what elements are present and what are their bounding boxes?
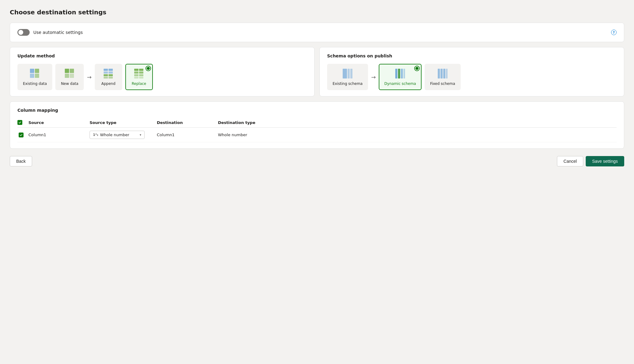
row-checkbox-cell (17, 128, 28, 142)
svg-rect-8 (104, 69, 108, 71)
new-data-icon (64, 68, 75, 79)
update-method-arrow: → (87, 74, 91, 80)
update-method-title: Update method (17, 53, 307, 58)
svg-rect-19 (139, 71, 143, 74)
svg-rect-3 (35, 74, 39, 78)
schema-option-existing[interactable]: Existing schema (327, 64, 368, 90)
auto-settings-toggle[interactable] (17, 29, 30, 36)
schema-option-existing-label: Existing schema (333, 82, 363, 86)
header-destination-type: Destination type (218, 118, 617, 128)
header-destination: Destination (157, 118, 218, 128)
row-source: Column1 (28, 128, 90, 142)
bottom-bar: Back Cancel Save settings (10, 156, 624, 166)
cancel-button[interactable]: Cancel (557, 156, 583, 166)
method-option-new-label: New data (61, 82, 78, 86)
svg-rect-7 (70, 74, 74, 78)
svg-rect-13 (109, 74, 113, 76)
replace-icon (134, 68, 145, 79)
svg-rect-29 (401, 69, 403, 78)
svg-rect-28 (398, 69, 400, 78)
svg-rect-33 (443, 69, 445, 78)
header-checkbox-col (17, 118, 28, 128)
svg-rect-12 (104, 74, 108, 76)
existing-schema-icon (342, 68, 353, 79)
table-row: Column1 1²₃ Whole number ▾ Column1 Whole… (17, 128, 617, 142)
svg-rect-30 (404, 69, 405, 78)
update-method-panel: Update method Existing data (10, 47, 315, 96)
method-option-new[interactable]: New data (55, 64, 84, 90)
svg-rect-24 (343, 69, 347, 78)
schema-option-fixed[interactable]: Fixed schema (425, 64, 461, 90)
header-source: Source (28, 118, 90, 128)
schema-options-title: Schema options on publish (327, 53, 617, 58)
svg-rect-22 (134, 77, 138, 78)
method-option-append[interactable]: Append (95, 64, 122, 90)
existing-data-icon (29, 68, 40, 79)
source-type-icon: 1²₃ (93, 133, 98, 137)
method-option-existing[interactable]: Existing data (17, 64, 52, 90)
svg-rect-9 (109, 69, 113, 71)
schema-options-row: Existing schema → Dynamic schema (327, 64, 617, 90)
column-mapping-title: Column mapping (17, 108, 617, 113)
dynamic-schema-icon (395, 68, 406, 79)
update-method-options-row: Existing data New data → (17, 64, 307, 90)
replace-selected-indicator (146, 66, 150, 71)
method-option-existing-label: Existing data (23, 82, 47, 86)
svg-rect-16 (134, 69, 138, 71)
fixed-schema-icon (437, 68, 448, 79)
svg-rect-15 (109, 77, 113, 78)
header-source-type: Source type (90, 118, 157, 128)
dynamic-selected-indicator (415, 66, 419, 71)
auto-settings-label: Use automatic settings (33, 30, 83, 35)
svg-rect-5 (70, 69, 74, 73)
schema-option-fixed-label: Fixed schema (430, 82, 455, 86)
source-type-dropdown[interactable]: 1²₃ Whole number ▾ (90, 131, 145, 139)
save-settings-button[interactable]: Save settings (586, 156, 624, 166)
column-mapping-card: Column mapping Source Source type Destin… (10, 101, 624, 149)
help-icon[interactable]: ? (611, 30, 617, 35)
row-destination: Column1 (157, 128, 218, 142)
svg-rect-17 (139, 69, 143, 71)
append-icon (103, 68, 114, 79)
svg-rect-10 (104, 71, 108, 74)
svg-rect-25 (348, 69, 350, 78)
footer-right-buttons: Cancel Save settings (557, 156, 624, 166)
svg-rect-2 (30, 74, 34, 78)
svg-rect-4 (65, 69, 69, 73)
svg-rect-0 (30, 69, 34, 73)
svg-rect-34 (446, 69, 448, 78)
schema-options-panel: Schema options on publish Existing schem… (319, 47, 624, 96)
back-button[interactable]: Back (10, 156, 32, 166)
svg-rect-27 (395, 69, 397, 78)
svg-rect-26 (350, 69, 352, 78)
svg-rect-6 (65, 74, 69, 78)
source-type-value: Whole number (100, 133, 129, 137)
svg-rect-14 (104, 77, 108, 78)
two-panel-row: Update method Existing data (10, 47, 624, 96)
method-option-append-label: Append (101, 82, 115, 86)
schema-arrow: → (371, 74, 376, 80)
schema-option-dynamic[interactable]: Dynamic schema (379, 64, 422, 90)
svg-rect-23 (139, 77, 143, 78)
row-destination-type: Whole number (218, 128, 617, 142)
page-title: Choose destination settings (10, 9, 624, 16)
schema-option-dynamic-label: Dynamic schema (384, 82, 416, 86)
svg-rect-18 (134, 71, 138, 74)
source-type-chevron: ▾ (140, 133, 141, 136)
svg-rect-32 (440, 69, 443, 78)
auto-settings-card: Use automatic settings ? (10, 23, 624, 42)
method-option-replace[interactable]: Replace (125, 64, 153, 90)
svg-rect-11 (109, 71, 113, 74)
svg-rect-21 (139, 74, 143, 76)
svg-rect-20 (134, 74, 138, 76)
svg-rect-31 (438, 69, 440, 78)
svg-rect-1 (35, 69, 39, 73)
header-checkbox[interactable] (17, 120, 22, 125)
column-mapping-table: Source Source type Destination Destinati… (17, 118, 617, 142)
method-option-replace-label: Replace (132, 82, 146, 86)
row-checkbox[interactable] (19, 133, 24, 137)
row-source-type-cell: 1²₃ Whole number ▾ (90, 128, 157, 142)
